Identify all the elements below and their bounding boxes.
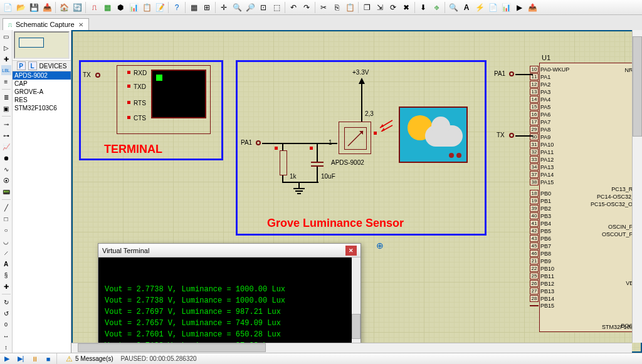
arc-icon[interactable]: ◡ — [1, 236, 11, 246]
device-item[interactable]: CAP — [13, 80, 71, 88]
close-icon[interactable]: ✕ — [78, 21, 83, 28]
zoom-area-icon[interactable]: ⬚ — [270, 1, 283, 14]
device-item[interactable]: STM32F103C6 — [13, 104, 71, 112]
box-icon[interactable]: □ — [1, 214, 11, 224]
canvas-scrollbar-v[interactable] — [632, 30, 642, 343]
center-icon[interactable]: ✛ — [218, 1, 230, 14]
mcu-pin[interactable]: 41PB4 — [530, 220, 551, 227]
schematic-icon[interactable]: ⎍ — [88, 1, 100, 14]
overview-panel[interactable] — [14, 31, 70, 59]
rotate-cw-icon[interactable]: ↻ — [1, 297, 11, 307]
mcu-pin[interactable]: 11PA1 — [530, 73, 550, 80]
rotate-ccw-icon[interactable]: ↺ — [1, 308, 11, 318]
export-icon[interactable]: 📤 — [526, 1, 539, 14]
mcu-pin[interactable]: 12PA2 — [530, 81, 550, 88]
circle-icon[interactable]: ○ — [1, 225, 11, 235]
mcu-pin[interactable]: 39PB2 — [530, 205, 551, 212]
mirror-h-icon[interactable]: ↔ — [1, 331, 11, 341]
text2-icon[interactable]: A — [1, 259, 11, 269]
bus-icon[interactable]: ≣ — [1, 92, 11, 102]
mcu-pa1-net[interactable]: PA1 — [494, 70, 505, 77]
home-icon[interactable]: 🏠 — [58, 1, 70, 14]
mcu-pin[interactable]: 19PB1 — [530, 197, 551, 204]
line-icon[interactable]: ╱ — [1, 202, 11, 212]
mcu-pin[interactable]: 26PB12 — [530, 280, 554, 287]
pin-icon[interactable]: ⊶ — [1, 130, 11, 140]
pick-icon[interactable]: ⬇ — [417, 1, 429, 14]
marker-icon[interactable]: ✚ — [1, 281, 11, 291]
mcu-pin[interactable]: 17PA7 — [530, 118, 550, 125]
mcu-pin[interactable]: 31PA10 — [530, 141, 554, 148]
mcu-tx-net[interactable]: TX — [497, 132, 505, 138]
mcu-pin[interactable]: 43PB6 — [530, 235, 551, 242]
netlist-icon[interactable]: 📄 — [487, 1, 499, 14]
capacitor[interactable] — [311, 162, 324, 167]
mcu-pin[interactable]: 21PB9 — [530, 257, 551, 264]
zoom-fit-icon[interactable]: ⊡ — [257, 1, 270, 14]
tx-terminal[interactable] — [95, 73, 100, 78]
mcu-pin[interactable]: 18PB0 — [530, 190, 551, 197]
paste-icon[interactable]: 📋 — [344, 1, 356, 14]
pcb-icon[interactable]: ▦ — [101, 1, 113, 14]
refresh-icon[interactable]: 🔄 — [71, 1, 83, 14]
zoom-out-icon[interactable]: 🔎 — [244, 1, 256, 14]
compile-icon[interactable]: ▶ — [513, 1, 525, 14]
instrument-icon[interactable]: 📟 — [1, 187, 11, 197]
resistor[interactable] — [280, 150, 287, 175]
device-item[interactable]: APDS-9002 — [13, 71, 71, 80]
vt-output[interactable]: Vout = 2.7738 V, Luminance = 1000.00 Lux… — [98, 257, 360, 350]
block-delete-icon[interactable]: ✖ — [400, 1, 413, 14]
redo-icon[interactable]: ↷ — [300, 1, 313, 14]
undo-icon[interactable]: ↶ — [287, 1, 300, 14]
mcu-pin[interactable]: 13PA3 — [530, 88, 550, 95]
mcu-pin[interactable]: 34PA13 — [530, 164, 554, 170]
bom-icon[interactable]: 📋 — [140, 1, 153, 14]
mcu-pin[interactable]: 33PA12 — [530, 156, 554, 163]
new-icon[interactable]: 📄 — [1, 1, 14, 14]
pick-device-icon[interactable]: P — [17, 61, 26, 70]
mcu-pin[interactable]: 14PA4 — [530, 96, 550, 103]
snap-icon[interactable]: ⊞ — [201, 1, 213, 14]
mcu-pin[interactable]: 10PA0-WKUP — [530, 66, 569, 73]
vt-titlebar[interactable]: Virtual Terminal ✕ — [98, 244, 360, 257]
mcu-pin[interactable]: 40PB3 — [530, 212, 551, 219]
mcu-pin[interactable]: 16PA6 — [530, 111, 550, 118]
mcu-pin[interactable]: 30PA9 — [530, 133, 550, 140]
device-list[interactable]: APDS-9002 CAP GROVE-A RES STM32F103C6 — [13, 71, 71, 353]
block-rotate-icon[interactable]: ⟳ — [387, 1, 399, 14]
wire-label-icon[interactable]: LBL — [1, 65, 11, 75]
tape-icon[interactable]: ⏺ — [1, 153, 11, 163]
text-icon[interactable]: A — [460, 1, 473, 14]
step-icon[interactable]: ▶| — [14, 354, 28, 364]
mcu-pin[interactable]: 28PB14 — [530, 295, 554, 302]
3d-icon[interactable]: ⬢ — [114, 1, 127, 14]
mcu-pin[interactable]: 32PA11 — [530, 148, 554, 155]
generator-icon[interactable]: ∿ — [1, 164, 11, 174]
pa1-net-label[interactable]: PA1 — [241, 139, 252, 146]
mcu-pin[interactable]: 42PB5 — [530, 227, 551, 234]
pa1-mcu-terminal[interactable] — [509, 71, 514, 76]
graph-icon[interactable]: 📈 — [1, 142, 11, 152]
block-copy-icon[interactable]: ❐ — [360, 1, 373, 14]
stop-icon[interactable]: ■ — [41, 354, 55, 364]
probe-icon[interactable]: ⦿ — [1, 175, 11, 185]
mcu-pin[interactable]: 37PA14 — [530, 171, 554, 178]
junction-icon[interactable]: ✚ — [1, 54, 11, 64]
mcu-pin[interactable]: 27PB13 — [530, 288, 554, 294]
help-icon[interactable]: ? — [171, 1, 183, 14]
apds-component[interactable] — [339, 122, 371, 154]
mcu-pin[interactable]: 15PA5 — [530, 103, 550, 110]
pa1-terminal[interactable] — [256, 140, 261, 145]
tx-mcu-terminal[interactable] — [509, 133, 514, 138]
symbol-icon[interactable]: § — [1, 270, 11, 280]
mcu-pin[interactable]: PB15 — [530, 303, 554, 309]
canvas-scrollbar-h[interactable] — [71, 343, 632, 353]
virtual-terminal-component[interactable]: RXD TXD RTS CTS — [117, 65, 211, 134]
mcu-pin[interactable]: 46PB8 — [530, 250, 551, 257]
note-icon[interactable]: 📝 — [154, 1, 166, 14]
tab-schematic[interactable]: ⎍ Schematic Capture ✕ — [3, 18, 89, 30]
mirror-v-icon[interactable]: ↕ — [1, 342, 11, 352]
mcu-pin[interactable]: 22PB10 — [530, 265, 554, 272]
copy-icon[interactable]: ⎘ — [330, 1, 343, 14]
play-icon[interactable]: ▶ — [0, 354, 14, 364]
